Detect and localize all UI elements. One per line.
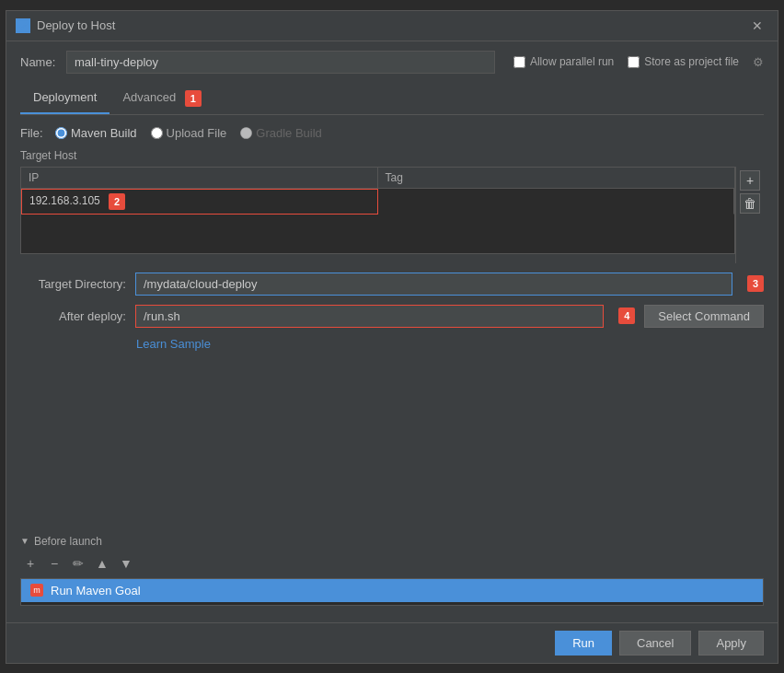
annotation-badge-2: 2 (109, 193, 125, 210)
col-ip: IP (21, 168, 378, 188)
cancel-button[interactable]: Cancel (619, 631, 691, 656)
name-label: Name: (20, 55, 57, 69)
cell-ip: 192.168.3.105 2 (21, 189, 378, 215)
table-row[interactable]: 192.168.3.105 2 (21, 189, 734, 215)
target-directory-label: Target Directory: (20, 277, 126, 291)
target-host-table: IP Tag 192.168.3.105 2 (20, 167, 735, 254)
radio-gradle[interactable]: Gradle Build (240, 126, 322, 140)
add-host-button[interactable]: + (740, 170, 760, 191)
file-label: File: (20, 126, 48, 140)
before-launch-header: ▼ Before launch (20, 535, 764, 548)
before-launch-toolbar: + − ✏ ▲ ▼ (20, 553, 764, 574)
tab-deployment[interactable]: Deployment (20, 85, 110, 114)
title-bar: Deploy to Host ✕ (6, 11, 778, 41)
dialog-title: Deploy to Host (37, 18, 115, 32)
annotation-badge-4: 4 (618, 307, 635, 324)
store-project-checkbox[interactable] (628, 56, 640, 68)
name-input[interactable] (66, 51, 495, 74)
target-host-label: Target Host (20, 149, 764, 162)
dialog-footer: Run Cancel Apply (6, 622, 778, 663)
run-button[interactable]: Run (555, 631, 612, 656)
svg-rect-0 (17, 20, 29, 31)
table-body: 192.168.3.105 2 (21, 189, 734, 253)
before-launch-label: Before launch (34, 535, 102, 548)
move-down-button[interactable]: ▼ (116, 553, 136, 574)
remove-launch-button[interactable]: − (44, 553, 64, 574)
title-bar-left: Deploy to Host (16, 18, 115, 33)
annotation-badge-3: 3 (747, 275, 764, 292)
edit-launch-button[interactable]: ✏ (68, 553, 88, 574)
after-deploy-input[interactable] (135, 305, 604, 328)
allow-parallel-label[interactable]: Allow parallel run (513, 55, 614, 68)
apply-button[interactable]: Apply (698, 631, 764, 656)
col-tag: Tag (378, 168, 735, 188)
cell-tag (378, 189, 735, 215)
tab-bar: Deployment Advanced 1 (20, 85, 764, 115)
radio-maven[interactable]: Maven Build (55, 126, 137, 140)
close-button[interactable]: ✕ (746, 17, 768, 35)
before-launch-section: ▼ Before launch + − ✏ ▲ ▼ m Run Maven Go… (20, 535, 764, 606)
before-launch-list: m Run Maven Goal (20, 578, 764, 606)
move-up-button[interactable]: ▲ (92, 553, 112, 574)
after-deploy-label: After deploy: (20, 309, 126, 323)
radio-upload-input[interactable] (151, 127, 163, 139)
dialog-icon (16, 18, 30, 33)
select-command-button[interactable]: Select Command (644, 305, 764, 328)
store-project-label[interactable]: Store as project file (628, 55, 739, 68)
launch-item-label: Run Maven Goal (51, 584, 141, 598)
allow-parallel-checkbox[interactable] (513, 56, 525, 68)
radio-upload[interactable]: Upload File (151, 126, 227, 140)
maven-icon: m (30, 584, 43, 597)
target-host-section: IP Tag 192.168.3.105 2 (20, 167, 764, 263)
tab-advanced[interactable]: Advanced 1 (110, 85, 213, 114)
checkbox-group: Allow parallel run Store as project file… (513, 55, 764, 69)
radio-gradle-input (240, 127, 252, 139)
add-launch-button[interactable]: + (20, 553, 40, 574)
collapse-icon[interactable]: ▼ (20, 536, 29, 546)
table-content: IP Tag 192.168.3.105 2 (21, 168, 734, 253)
file-radio-group: Maven Build Upload File Gradle Build (55, 126, 322, 140)
table-actions: + 🗑 (735, 167, 764, 263)
launch-item[interactable]: m Run Maven Goal (21, 579, 763, 602)
radio-maven-input[interactable] (55, 127, 67, 139)
learn-sample-link[interactable]: Learn Sample (136, 337, 764, 351)
after-deploy-row: After deploy: 4 Select Command (20, 305, 764, 328)
table-header: IP Tag (21, 168, 734, 189)
name-row: Name: Allow parallel run Store as projec… (20, 51, 764, 74)
file-row: File: Maven Build Upload File Gradle Bui… (20, 126, 764, 140)
target-directory-input[interactable] (135, 273, 732, 296)
gear-icon[interactable]: ⚙ (753, 55, 764, 69)
annotation-badge-1: 1 (185, 90, 202, 107)
remove-host-button[interactable]: 🗑 (740, 193, 760, 214)
target-directory-row: Target Directory: 3 (20, 273, 764, 296)
dialog-body: Name: Allow parallel run Store as projec… (6, 41, 778, 622)
deploy-to-host-dialog: Deploy to Host ✕ Name: Allow parallel ru… (6, 10, 778, 664)
